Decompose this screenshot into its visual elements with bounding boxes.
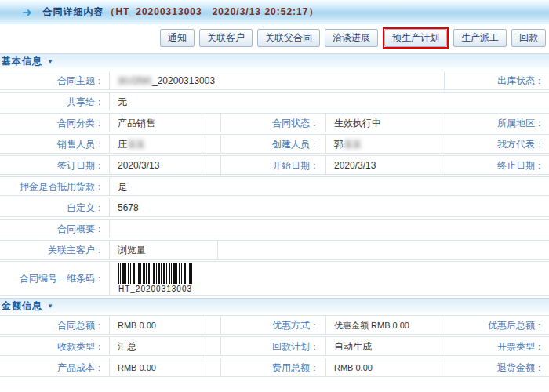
spacer-cell	[202, 337, 221, 355]
spacer-cell	[202, 135, 221, 153]
spacer-cell	[202, 114, 221, 132]
spacer-cell	[202, 156, 221, 174]
page-title-contract-number: （HT_20200313003 2020/3/13 20:52:17）	[106, 5, 319, 19]
contract-total-value: RMB 0.00	[110, 316, 202, 334]
expense-total-value: RMB 0.00	[326, 358, 442, 376]
field-row-barcode: 合同编号一维条码： HT_20200313003	[0, 261, 549, 296]
amount-info-table: 合同总额： RMB 0.00 优惠方式： 优惠金额 RMB 0.00 优惠后总额…	[0, 315, 549, 377]
titlebar: ➜ 合同详细内容 （HT_20200313003 2020/3/13 20:52…	[0, 0, 549, 24]
start-date-value: 2020/3/13	[326, 156, 442, 174]
production-dispatch-button[interactable]: 生产派工	[453, 29, 507, 47]
deposit-value: 是	[110, 177, 549, 195]
pre-production-plan-button[interactable]: 预生产计划	[384, 29, 447, 47]
redacted-text: 测试商机	[118, 75, 152, 86]
field-row-contract-subject: 合同主题： 测试商机_20200313003 出库状态：	[0, 71, 549, 90]
spacer-cell	[202, 316, 221, 334]
sign-date-value: 2020/3/13	[110, 156, 202, 174]
contract-status-value: 生效执行中	[326, 114, 442, 132]
field-label: 产品成本：	[0, 358, 110, 376]
shared-with-value: 无	[110, 93, 549, 111]
field-row-dates: 签订日期： 2020/3/13 开始日期： 2020/3/13 终止日期：	[0, 155, 549, 175]
field-label-invoice-type: 开票类型：	[442, 337, 549, 355]
field-row-collection-type: 收款类型： 汇总 回款计划： 自动生成 开票类型：	[0, 336, 549, 356]
notify-button[interactable]: 通知	[160, 29, 195, 47]
barcode-caption: HT_20200313003	[118, 284, 193, 294]
field-label: 自定义：	[0, 198, 110, 216]
section-title: 金额信息	[2, 299, 42, 313]
field-label: 合同概要：	[0, 220, 110, 238]
basic-info-table: 合同主题： 测试商机_20200313003 出库状态： 共享给： 无 合同分类…	[0, 71, 549, 296]
field-label-our-representative: 我方代表：	[442, 135, 549, 153]
discount-method-value: 优惠金额 RMB 0.00	[326, 316, 442, 334]
chevron-down-icon: ▼	[47, 58, 53, 65]
field-row-contract-summary: 合同概要：	[0, 219, 549, 238]
field-label: 收款类型：	[0, 337, 110, 355]
section-header-amount-info[interactable]: 金额信息 ▼	[0, 298, 549, 313]
field-label-expense-total: 费用总额：	[221, 358, 326, 376]
contract-category-value: 产品销售	[110, 114, 202, 132]
field-label: 合同总额：	[0, 316, 110, 334]
custom-field-value: 5678	[110, 198, 549, 216]
field-label: 签订日期：	[0, 156, 110, 174]
section-header-basic-info[interactable]: 基本信息 ▼	[0, 53, 549, 68]
highlight-annotation-box: 预生产计划	[383, 27, 449, 49]
field-label-end-date: 终止日期：	[442, 156, 549, 174]
field-label: 销售人员：	[0, 135, 110, 153]
barcode-image	[118, 263, 193, 284]
forward-arrow-icon: ➜	[22, 6, 32, 18]
payment-plan-value: 自动生成	[326, 337, 442, 355]
field-label-start-date: 开始日期：	[221, 156, 326, 174]
field-label-region: 所属地区：	[442, 114, 549, 132]
toolbar: 通知 关联客户 关联父合同 洽谈进展 预生产计划 生产派工 回款	[0, 24, 549, 51]
field-label: 关联主客户：	[0, 241, 110, 259]
field-row-contract-category: 合同分类： 产品销售 合同状态： 生效执行中 所属地区：	[0, 113, 549, 132]
field-row-main-customer: 关联主客户： 浏览量	[0, 240, 549, 260]
barcode-cell: HT_20200313003	[110, 262, 549, 295]
negotiation-progress-button[interactable]: 洽谈进展	[325, 29, 378, 47]
field-row-contract-total: 合同总额： RMB 0.00 优惠方式： 优惠金额 RMB 0.00 优惠后总额…	[0, 315, 549, 335]
field-label: 合同分类：	[0, 114, 110, 132]
spacer-cell	[202, 358, 221, 376]
field-row-deposit: 押金是否抵用货款： 是	[0, 176, 549, 196]
creator-value: 郭某某	[326, 135, 442, 153]
field-row-custom: 自定义： 5678	[0, 198, 549, 217]
redacted-text: 某某	[127, 139, 144, 150]
field-row-product-cost: 产品成本： RMB 0.00 费用总额： RMB 0.00 退货金额：	[0, 358, 549, 377]
collection-type-value: 汇总	[110, 337, 202, 355]
section-title: 基本信息	[2, 55, 42, 68]
link-customer-button[interactable]: 关联客户	[199, 29, 253, 47]
field-row-shared-with: 共享给： 无	[0, 92, 549, 111]
link-parent-contract-button[interactable]: 关联父合同	[257, 29, 320, 47]
main-customer-value: 浏览量	[110, 241, 218, 259]
field-label-creator: 创建人员：	[221, 135, 326, 153]
field-label-total-after-discount: 优惠后总额：	[442, 316, 549, 334]
field-label-discount-method: 优惠方式：	[221, 316, 326, 334]
redacted-text: 某某	[344, 139, 361, 150]
page-title: 合同详细内容	[43, 5, 104, 19]
field-label-outbound-status: 出库状态：	[445, 71, 549, 89]
field-label-contract-status: 合同状态：	[221, 114, 326, 132]
field-label: 押金是否抵用货款：	[0, 177, 110, 195]
contract-subject-value: 测试商机_20200313003	[110, 71, 445, 89]
payment-collection-button[interactable]: 回款	[511, 29, 546, 47]
field-row-sales-person: 销售人员： 庄某某 创建人员： 郭某某 我方代表：	[0, 134, 549, 154]
sales-person-value: 庄某某	[110, 135, 202, 153]
field-label-payment-plan: 回款计划：	[221, 337, 326, 355]
contract-summary-value	[110, 220, 549, 238]
chevron-down-icon: ▼	[47, 303, 53, 310]
empty-cell	[218, 241, 549, 259]
field-label-return-amount: 退货金额：	[442, 358, 549, 376]
field-label: 合同主题：	[0, 71, 110, 89]
field-label: 合同编号一维条码：	[0, 262, 110, 295]
field-label: 共享给：	[0, 93, 110, 111]
product-cost-value: RMB 0.00	[110, 358, 202, 376]
